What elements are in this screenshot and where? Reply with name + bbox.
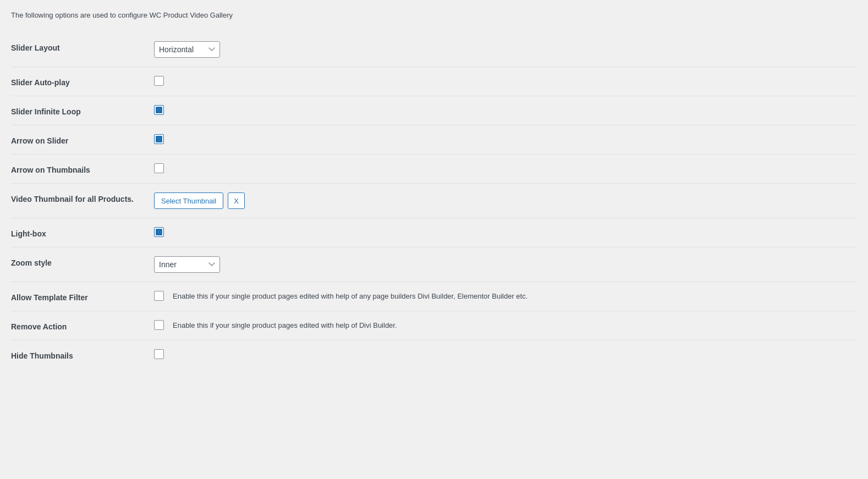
control-hide-thumbnails [154,349,857,359]
control-slider-autoplay [154,76,857,86]
control-slider-infinite-loop [154,105,857,115]
label-allow-template-filter: Allow Template Filter [11,291,154,302]
control-arrow-on-thumbnails [154,163,857,173]
settings-row-hide-thumbnails: Hide Thumbnails [11,340,857,369]
control-video-thumbnail: Select Thumbnail X [154,192,857,209]
remove-action-help: Enable this if your single product pages… [173,321,397,329]
label-slider-infinite-loop: Slider Infinite Loop [11,105,154,116]
zoom-style-select[interactable]: Inner Outer Window [154,256,220,273]
label-lightbox: Light-box [11,227,154,238]
settings-row-slider-layout: Slider Layout Horizontal Vertical [11,32,857,67]
settings-row-slider-infinite-loop: Slider Infinite Loop [11,96,857,125]
control-zoom-style: Inner Outer Window [154,256,857,273]
label-slider-layout: Slider Layout [11,41,154,52]
control-remove-action: Enable this if your single product pages… [154,320,857,330]
checkbox-hide-thumbnails[interactable] [154,349,164,359]
checkbox-slider-autoplay[interactable] [154,76,164,86]
settings-row-arrow-on-slider: Arrow on Slider [11,125,857,155]
label-video-thumbnail: Video Thumbnail for all Products. [11,192,154,203]
label-remove-action: Remove Action [11,320,154,331]
allow-template-filter-help: Enable this if your single product pages… [173,292,528,300]
label-slider-autoplay: Slider Auto-play [11,76,154,87]
label-zoom-style: Zoom style [11,256,154,267]
control-allow-template-filter: Enable this if your single product pages… [154,291,857,301]
clear-thumbnail-button[interactable]: X [228,192,245,209]
checkbox-slider-infinite-loop[interactable] [154,105,164,115]
slider-layout-select[interactable]: Horizontal Vertical [154,41,220,58]
settings-row-video-thumbnail: Video Thumbnail for all Products. Select… [11,184,857,218]
control-lightbox [154,227,857,237]
checkbox-arrow-on-thumbnails[interactable] [154,163,164,173]
label-arrow-on-slider: Arrow on Slider [11,134,154,145]
checkbox-arrow-on-slider[interactable] [154,134,164,144]
settings-container: Slider Layout Horizontal Vertical Slider… [11,32,857,369]
settings-row-arrow-on-thumbnails: Arrow on Thumbnails [11,155,857,184]
control-arrow-on-slider [154,134,857,144]
intro-text: The following options are used to config… [11,11,857,19]
settings-row-slider-autoplay: Slider Auto-play [11,67,857,96]
select-thumbnail-button[interactable]: Select Thumbnail [154,192,223,209]
settings-row-allow-template-filter: Allow Template Filter Enable this if you… [11,282,857,311]
control-slider-layout: Horizontal Vertical [154,41,857,58]
settings-row-zoom-style: Zoom style Inner Outer Window [11,247,857,282]
label-hide-thumbnails: Hide Thumbnails [11,349,154,360]
settings-row-remove-action: Remove Action Enable this if your single… [11,311,857,340]
checkbox-lightbox[interactable] [154,227,164,237]
checkbox-remove-action[interactable] [154,320,164,330]
label-arrow-on-thumbnails: Arrow on Thumbnails [11,163,154,174]
checkbox-allow-template-filter[interactable] [154,291,164,301]
settings-row-lightbox: Light-box [11,218,857,247]
